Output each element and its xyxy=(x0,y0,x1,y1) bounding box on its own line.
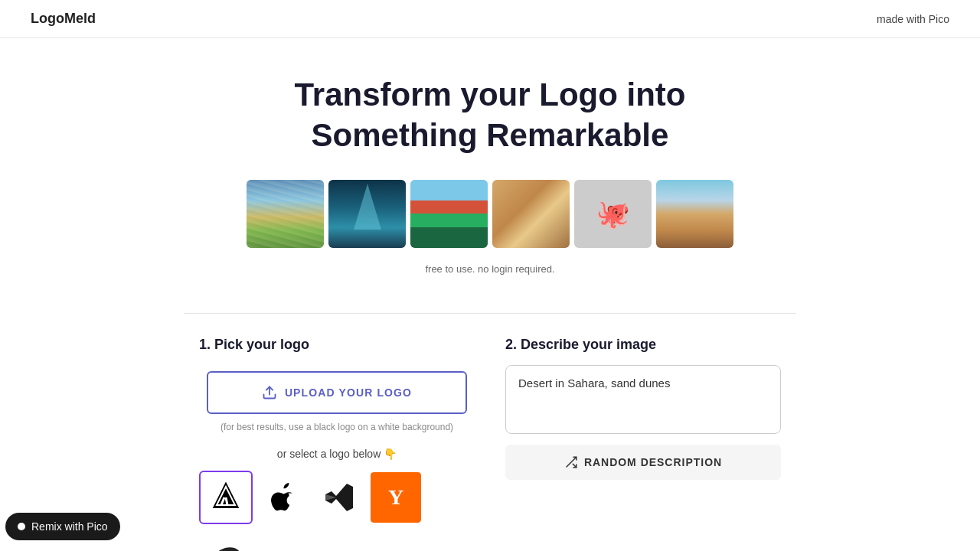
gallery-row: 🐙 xyxy=(15,180,965,248)
free-use-text: free to use. no login required. xyxy=(15,263,965,275)
logo-yc[interactable]: Y xyxy=(369,471,423,524)
logo-apple[interactable] xyxy=(256,471,309,524)
left-panel: 1. Pick your logo UPLOAD YOUR LOGO (for … xyxy=(199,337,475,551)
logo-adidas[interactable] xyxy=(199,471,253,524)
hero-title: Transform your Logo into Something Remar… xyxy=(222,75,758,155)
upload-icon xyxy=(262,385,277,400)
gallery-image-5[interactable]: 🐙 xyxy=(574,180,652,248)
navbar: LogoMeld made with Pico xyxy=(0,0,980,38)
shuffle-icon xyxy=(564,455,578,469)
app-logo: LogoMeld xyxy=(31,11,96,27)
gallery-image-2[interactable] xyxy=(328,180,406,248)
or-select-text: or select a logo below 👇 xyxy=(199,448,475,460)
section-divider xyxy=(184,313,796,314)
description-textarea[interactable]: Desert in Sahara, sand dunes xyxy=(505,365,781,434)
remix-dot-icon xyxy=(18,523,25,530)
logo-nike[interactable] xyxy=(199,527,253,551)
vscode-icon xyxy=(322,481,356,514)
gallery-image-4[interactable] xyxy=(492,180,570,248)
yc-letter: Y xyxy=(388,485,403,510)
step-1-title: 1. Pick your logo xyxy=(199,337,475,353)
logo-vscode[interactable] xyxy=(312,471,366,524)
gallery-image-3[interactable] xyxy=(410,180,488,248)
gallery-image-6[interactable] xyxy=(656,180,733,248)
logo-selection-row: Y xyxy=(199,471,475,551)
right-panel: 2. Describe your image Desert in Sahara,… xyxy=(505,337,781,551)
main-content: 1. Pick your logo UPLOAD YOUR LOGO (for … xyxy=(184,337,796,551)
upload-logo-button[interactable]: UPLOAD YOUR LOGO xyxy=(207,371,467,414)
nike-icon xyxy=(209,537,243,551)
adidas-icon xyxy=(209,481,243,514)
made-with-label: made with Pico xyxy=(877,13,949,25)
remix-badge[interactable]: Remix with Pico xyxy=(5,513,120,540)
upload-hint-text: (for best results, use a black logo on a… xyxy=(199,422,475,432)
gallery-image-1[interactable] xyxy=(247,180,324,248)
random-description-button[interactable]: RANDOM DESCRIPTION xyxy=(505,445,781,480)
step-2-title: 2. Describe your image xyxy=(505,337,781,353)
apple-icon xyxy=(266,481,299,514)
hero-section: Transform your Logo into Something Remar… xyxy=(0,38,980,313)
random-button-label: RANDOM DESCRIPTION xyxy=(584,456,722,468)
remix-badge-label: Remix with Pico xyxy=(31,520,108,533)
svg-line-8 xyxy=(226,497,227,505)
upload-button-label: UPLOAD YOUR LOGO xyxy=(285,386,412,399)
